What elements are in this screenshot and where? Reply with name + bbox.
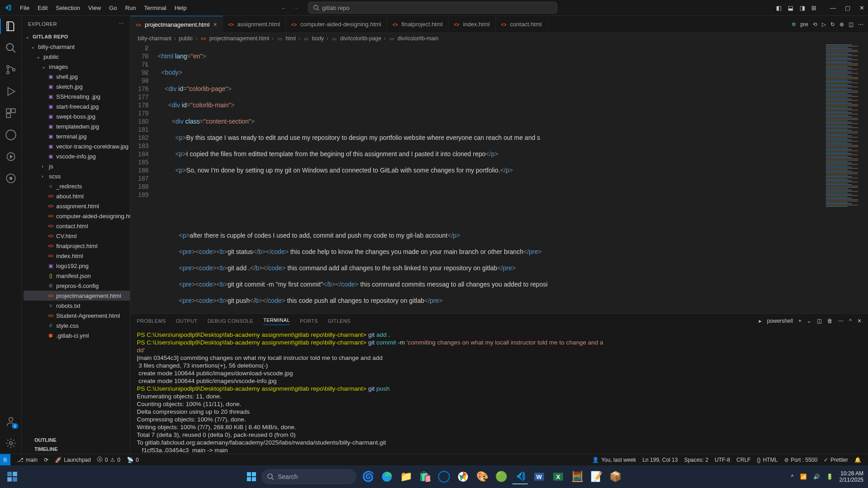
tree-file-manifest.json[interactable]: manifest.json <box>24 271 130 281</box>
activity-gitlens-icon[interactable] <box>5 172 17 184</box>
status-encoding[interactable]: UTF-8 <box>712 457 733 463</box>
status-eol[interactable]: CRLF <box>733 457 754 463</box>
terminal-shell-name[interactable]: powershell <box>767 318 793 324</box>
layout-panel-icon[interactable]: ⬓ <box>788 5 793 11</box>
close-tab-icon[interactable]: × <box>213 21 217 28</box>
tree-file-image[interactable]: SSHcreating .jpg <box>24 91 130 101</box>
split-navigate-icon[interactable]: ⊕ <box>839 21 844 28</box>
widgets-icon[interactable] <box>5 469 20 484</box>
breadcrumb-item[interactable]: billy-charmant <box>138 35 172 42</box>
menu-terminal[interactable]: Terminal <box>140 3 170 13</box>
menu-run[interactable]: Run <box>121 3 140 13</box>
tree-file-prepros-6.config[interactable]: prepros-6.config <box>24 281 130 291</box>
tree-folder-js[interactable]: js <box>24 161 130 171</box>
tree-file-image[interactable]: start-freecad.jpg <box>24 101 130 111</box>
tree-file-image[interactable]: templatedwn.jpg <box>24 121 130 131</box>
activity-search-icon[interactable] <box>5 42 17 54</box>
breadcrumb-item[interactable]: body <box>312 35 324 42</box>
tree-file-Student-Agreement.html[interactable]: Student-Agreement.html <box>24 311 130 321</box>
app-icon-1[interactable]: 🎨 <box>474 469 490 484</box>
run-prepros-icon[interactable]: ✲ <box>791 21 796 28</box>
window-minimize-icon[interactable]: — <box>830 5 836 11</box>
terminal-maximize-icon[interactable]: ^ <box>849 318 852 324</box>
tree-file-finalproject.html[interactable]: finalproject.html <box>24 241 130 251</box>
tree-file-.gitlab-ci.yml[interactable]: .gitlab-ci.yml <box>24 330 130 340</box>
tree-file-projectmanagement.html[interactable]: projectmanagement.html <box>24 291 130 301</box>
panel-gitlens[interactable]: GITLENS <box>328 318 351 324</box>
tray-battery-icon[interactable]: 🔋 <box>826 474 833 480</box>
tree-file-assignment.html[interactable]: assignment.html <box>24 201 130 211</box>
tree-file-image[interactable]: sketch.jpg <box>24 81 130 91</box>
section-timeline[interactable]: TIMELINE <box>22 445 130 454</box>
panel-debug-console[interactable]: DEBUG CONSOLE <box>207 318 253 324</box>
terminal-close-icon[interactable]: ✕ <box>857 318 862 324</box>
menu-go[interactable]: Go <box>106 3 121 13</box>
tree-folder-images[interactable]: images <box>24 62 130 72</box>
tree-file-style.css[interactable]: style.css <box>24 321 130 330</box>
split-editor-icon[interactable]: ◫ <box>849 21 854 28</box>
app-icon-4[interactable]: 📦 <box>608 469 623 484</box>
activity-run-debug-icon[interactable] <box>5 86 17 97</box>
breadcrumb-item[interactable]: projectmanagement.html <box>209 35 269 42</box>
status-launchpad[interactable]: 🚀Launchpad <box>52 457 94 463</box>
tree-file-about.html[interactable]: about.html <box>24 191 130 201</box>
terminal-body[interactable]: PS C:\Users\unipodlp9\Desktop\fab-academ… <box>130 328 868 454</box>
status-problems[interactable]: ⓧ0 ⚠0 <box>94 456 123 464</box>
remote-indicator[interactable]: ⎘ <box>0 454 10 466</box>
compare-icon[interactable]: ⟲ <box>813 21 817 28</box>
menu-view[interactable]: View <box>85 3 105 13</box>
tree-file-image[interactable]: vscode-info.jpg <box>24 151 130 161</box>
explorer-more-icon[interactable]: ⋯ <box>119 21 124 27</box>
section-outline[interactable]: OUTLINE <box>22 435 130 445</box>
code-content[interactable]: <html lang="en"> <body> <div id="colorli… <box>158 44 825 313</box>
breadcrumb-item[interactable]: public <box>179 35 193 42</box>
tree-folder-public[interactable]: public <box>24 52 130 62</box>
vscode-taskbar-icon[interactable] <box>512 469 528 484</box>
activity-github-icon[interactable] <box>5 129 17 141</box>
breadcrumb-item[interactable]: html <box>285 35 296 42</box>
code-editor[interactable]: 2 70 71 92 93 176 177 178 179 180 181 18… <box>130 44 868 313</box>
editor-tab[interactable]: finalproject.html <box>387 16 448 33</box>
editor-tab[interactable]: index.html <box>448 16 496 33</box>
layout-sidebar-right-icon[interactable]: ◨ <box>800 5 805 11</box>
status-port-forward[interactable]: 📡0 <box>124 457 142 463</box>
breadcrumb-item[interactable]: div#colorlib-main <box>398 35 439 42</box>
status-cursor-pos[interactable]: Ln 199, Col 13 <box>639 457 681 463</box>
store-icon[interactable]: 🛍️ <box>417 469 433 484</box>
menu-help[interactable]: Help <box>171 3 190 13</box>
tray-clock[interactable]: 10:28 AM 2/11/2025 <box>839 470 863 483</box>
history-icon[interactable]: ↻ <box>830 21 835 28</box>
terminal-dropdown-icon[interactable]: ⌄ <box>807 318 811 324</box>
status-blame[interactable]: 👤You, last week <box>589 457 639 463</box>
editor-tab[interactable]: computer-aided-designing.html <box>286 16 387 33</box>
chrome-icon[interactable] <box>455 469 471 484</box>
dell-icon[interactable] <box>436 469 452 484</box>
excel-icon[interactable]: X <box>550 469 566 484</box>
tree-file-robots.txt[interactable]: robots.txt <box>24 301 130 311</box>
panel-output[interactable]: OUTPUT <box>176 318 198 324</box>
terminal-shell-icon[interactable]: ▸ <box>759 318 762 324</box>
nav-forward-icon[interactable]: → <box>293 5 299 11</box>
activity-source-control-icon[interactable] <box>5 64 17 76</box>
file-explorer-icon[interactable]: 📁 <box>398 469 414 484</box>
tree-file-computer-aided-designing.html[interactable]: computer-aided-designing.html <box>24 211 130 221</box>
activity-explorer-icon[interactable] <box>5 20 17 32</box>
start-button[interactable] <box>245 470 258 483</box>
tree-file-image[interactable]: swept-boss.jpg <box>24 111 130 121</box>
status-branch[interactable]: ⎇main <box>14 457 41 463</box>
terminal-more-icon[interactable]: ⋯ <box>838 318 844 324</box>
status-notifications-icon[interactable]: 🔔 <box>851 457 864 463</box>
run-current-icon[interactable]: ▷ <box>822 21 826 28</box>
window-maximize-icon[interactable]: ▢ <box>845 5 850 11</box>
customize-layout-icon[interactable]: ⊞ <box>811 5 816 11</box>
terminal-trash-icon[interactable]: 🗑 <box>827 318 833 324</box>
tree-folder-scss[interactable]: scss <box>24 171 130 181</box>
panel-problems[interactable]: PROBLEMS <box>137 318 166 324</box>
notepad-icon[interactable]: 📝 <box>588 469 604 484</box>
breadcrumb-item[interactable]: div#colorlib-page <box>340 35 381 42</box>
app-icon-3[interactable]: 🧮 <box>569 469 585 484</box>
edge-icon[interactable] <box>379 469 395 484</box>
run-label[interactable]: pre <box>800 21 808 28</box>
copilot-icon[interactable]: 🌀 <box>360 469 376 484</box>
taskbar-search[interactable]: Search <box>261 469 357 484</box>
